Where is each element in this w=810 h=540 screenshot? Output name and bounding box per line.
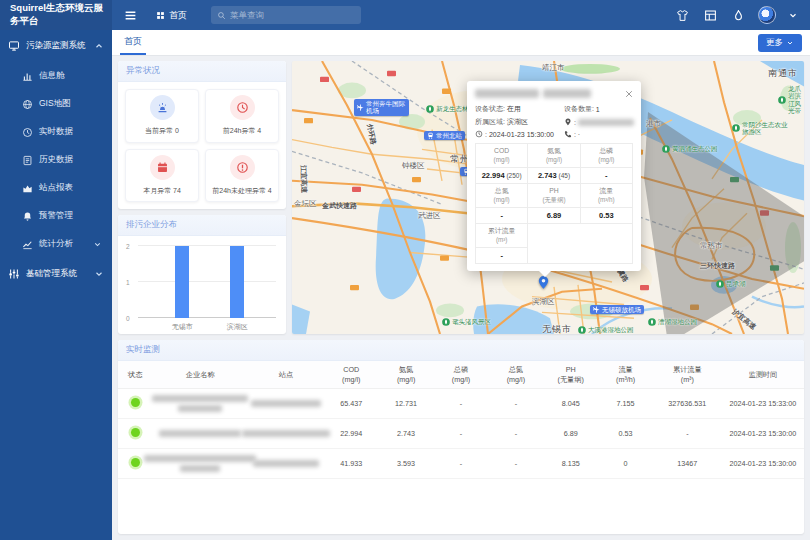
- value-cell: -: [434, 389, 489, 419]
- menu-search[interactable]: [211, 6, 361, 24]
- col-PH: PH(无量纲): [543, 361, 598, 389]
- search-input[interactable]: [230, 10, 355, 20]
- blurred-company-name: [154, 430, 246, 437]
- realtime-monitor-panel: 实时监测 状态企业名称站点COD(mg/l)氨氮(mg/l)总磷(mg/l)总氮…: [118, 340, 804, 534]
- table-row[interactable]: 22.9942.743--6.890.53-2024-01-23 15:30:0…: [118, 419, 804, 449]
- sidebar-item-GIS地图[interactable]: GIS地图: [0, 90, 112, 118]
- poi-label: 大溪港湿地公园: [588, 326, 634, 333]
- value-cell: 13467: [653, 449, 722, 479]
- theme-skin-icon[interactable]: [674, 7, 690, 23]
- sidebar-item-信息舱[interactable]: 信息舱: [0, 62, 112, 90]
- main-area: 首页 更多 异常状况 当前异常 0前24h异常 4本月异常 74前24h未处理异…: [112, 30, 810, 540]
- map-poi-green: 新龙生态林: [426, 105, 469, 113]
- panel-title: 异常状况: [118, 61, 286, 82]
- blurred-text: [253, 460, 319, 467]
- plane-icon: [357, 104, 364, 111]
- sidebar-item-label: 实时数据: [39, 126, 73, 138]
- train-icon: [427, 132, 434, 139]
- value-cell: 7.155: [598, 389, 653, 419]
- blurred-station-name: [250, 400, 321, 407]
- field-label: 所属区域:: [475, 117, 505, 127]
- gis-map[interactable]: 靖江市南通市常州市钟楼区金坛区武进区港市常熟市滨湖区无锡市金武快速路三环快速路外…: [292, 61, 804, 334]
- value-cell: -: [434, 419, 489, 449]
- col-流量: 流量(m³/h): [598, 361, 653, 389]
- sidebar-item-实时数据[interactable]: 实时数据: [0, 118, 112, 146]
- map-city-label: 无锡市: [542, 323, 572, 334]
- sidebar-group-label: 污染源监测系统: [26, 40, 86, 52]
- phone-icon: [564, 130, 572, 138]
- sidebar: 污染源监测系统信息舱GIS地图实时数据历史数据站点报表预警管理统计分析基础管理系…: [0, 30, 112, 540]
- abnormal-card[interactable]: 当前异常 0: [125, 89, 199, 143]
- abnormal-card[interactable]: 前24h异常 4: [205, 89, 279, 143]
- chevron-up-icon: [94, 41, 104, 51]
- sidebar-group-污染源监测系统[interactable]: 污染源监测系统: [0, 30, 112, 62]
- blurred-text: [152, 395, 248, 402]
- close-icon[interactable]: [624, 85, 636, 97]
- field-value: 1: [596, 106, 600, 113]
- map-poi-green: 鼋头渚风景区: [442, 318, 491, 326]
- layout-icon[interactable]: [702, 7, 718, 23]
- table-row[interactable]: 41.9333.593--8.1350134672024-01-23 15:30…: [118, 449, 804, 479]
- sidebar-item-统计分析[interactable]: 统计分析: [0, 230, 112, 258]
- blurred-text: [159, 430, 241, 437]
- col-COD: COD(mg/l): [324, 361, 379, 389]
- sidebar-item-预警管理[interactable]: 预警管理: [0, 202, 112, 230]
- alert-icon: [22, 211, 33, 222]
- col-氨氮: 氨氮(mg/l): [379, 361, 434, 389]
- table-row[interactable]: 65.43712.731--8.0457.155327636.5312024-0…: [118, 389, 804, 419]
- map-road-label: 江宜高速: [298, 165, 309, 193]
- value-cell: 41.933: [324, 449, 379, 479]
- popup-field: :: [564, 117, 635, 127]
- abnormal-card[interactable]: 前24h未处理异常 4: [205, 149, 279, 203]
- monitor-icon: [8, 40, 20, 52]
- sidebar-item-label: 历史数据: [39, 154, 73, 166]
- sidebar-group-基础管理系统[interactable]: 基础管理系统: [0, 258, 112, 290]
- avatar[interactable]: [758, 6, 776, 24]
- metric-header: 流量(m³/h): [580, 184, 632, 208]
- menu-toggle-icon[interactable]: [122, 7, 138, 23]
- tab-home[interactable]: 首页: [120, 30, 146, 55]
- y-tick-label: 0: [126, 315, 130, 322]
- map-poi-green: 漕湖湿地公园: [648, 318, 697, 326]
- metric-value: -: [476, 208, 528, 224]
- value-cell: 2024-01-23 15:30:00: [722, 419, 804, 449]
- sidebar-group-label: 基础管理系统: [26, 268, 77, 280]
- realtime-table: 状态企业名称站点COD(mg/l)氨氮(mg/l)总磷(mg/l)总氮(mg/l…: [118, 361, 804, 479]
- sidebar-item-站点报表[interactable]: 站点报表: [0, 174, 112, 202]
- sidebar-item-历史数据[interactable]: 历史数据: [0, 146, 112, 174]
- field-label: 设备状态:: [475, 104, 505, 114]
- app-logo: Squirrel生态环境云服务平台: [0, 0, 112, 30]
- map-poi-blue: 常州北站: [424, 131, 465, 140]
- empty-cell: [528, 224, 633, 264]
- value-cell: 65.437: [324, 389, 379, 419]
- location-pin[interactable]: [536, 275, 551, 290]
- apps-icon: [156, 11, 165, 20]
- poi-label: 昆承湖: [726, 280, 746, 287]
- metric-header: COD(mg/l): [476, 144, 528, 168]
- poi-label: 常州北站: [436, 132, 462, 139]
- more-button[interactable]: 更多: [758, 34, 802, 52]
- breadcrumb[interactable]: 首页: [156, 9, 187, 22]
- leaf-icon: [778, 96, 786, 104]
- status-cell: [118, 389, 152, 419]
- blurred-text: [251, 400, 321, 407]
- flame-icon[interactable]: [730, 7, 746, 23]
- chevron-down-icon[interactable]: [788, 7, 798, 23]
- map-poi-green: 黄泗浦生态公园: [662, 145, 718, 153]
- abnormal-card[interactable]: 本月异常 74: [125, 149, 199, 203]
- siren-icon: [150, 95, 175, 120]
- bar-chart: 012无锡市滨湖区: [138, 246, 276, 318]
- sidebar-item-label: 站点报表: [39, 182, 73, 194]
- x-category-label: 无锡市: [172, 322, 193, 332]
- value-cell: 8.045: [543, 389, 598, 419]
- y-tick-label: 1: [126, 279, 130, 286]
- map-road-label: 三环快速路: [700, 261, 735, 271]
- bar-滨湖区: [230, 246, 244, 318]
- col-累计流量: 累计流量(m³): [653, 361, 722, 389]
- company-cell: [152, 449, 248, 479]
- panel-title: 实时监测: [118, 340, 804, 361]
- blurred-text: [144, 455, 256, 462]
- metric-header: 总磷(mg/l): [580, 144, 632, 168]
- metric-header: 氨氮(mg/l): [528, 144, 580, 168]
- col-总氮: 总氮(mg/l): [488, 361, 543, 389]
